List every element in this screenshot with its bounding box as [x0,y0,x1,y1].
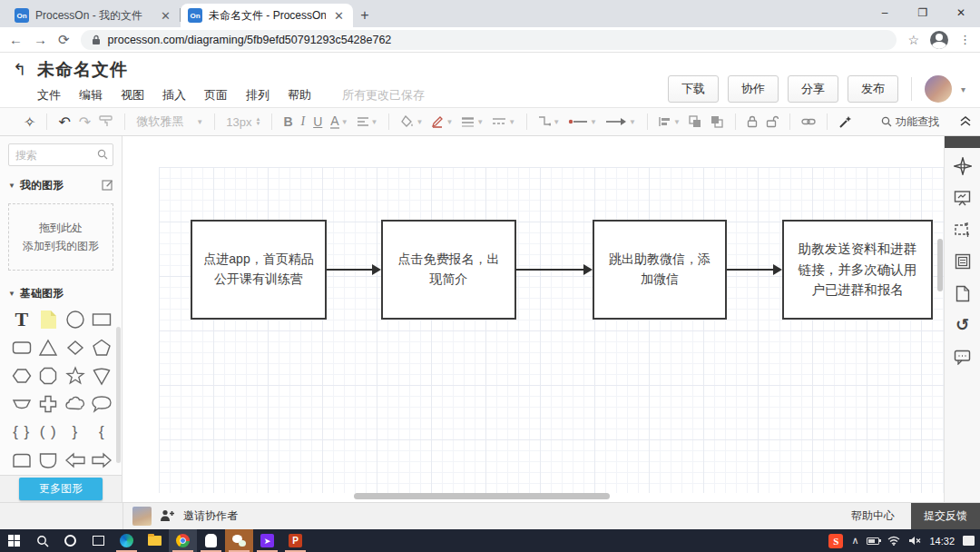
font-family-select[interactable]: 微软雅黑▼ [136,113,203,130]
shape-right-brace[interactable]: } [62,422,89,442]
tab-close-icon[interactable]: ✕ [159,9,172,23]
my-shapes-section[interactable]: ▼ 我的图形 [0,172,122,200]
back-icon[interactable]: ← [9,33,23,46]
flowchart-node-4[interactable]: 助教发送资料和进群链接，并多次确认用户已进群和报名 [782,220,933,320]
cortana-button[interactable] [56,529,84,552]
share-button[interactable]: 分享 [788,75,838,103]
presentation-icon[interactable] [954,189,972,207]
taskbar-clock[interactable]: 14:32 [929,536,955,547]
powerpoint-button[interactable]: P [281,529,309,552]
shape-diamond[interactable] [62,338,89,358]
menu-edit[interactable]: 编辑 [79,87,103,104]
flowchart-arrow-2[interactable] [515,269,584,271]
help-center-link[interactable]: 帮助中心 [835,503,911,529]
collaborator-avatar[interactable] [132,507,152,526]
undo-icon[interactable]: ↶ [58,113,70,131]
line-end-arrow-icon[interactable]: ▼ [605,117,636,126]
line-width-icon[interactable]: ▼ [461,117,484,127]
shape-card[interactable] [8,450,35,470]
theme-style-icon[interactable]: ✧ [24,113,35,131]
browser-profile-icon[interactable] [930,31,948,49]
flowchart-node-2[interactable]: 点击免费报名，出现简介 [381,220,516,320]
back-to-files-icon[interactable]: ↰ [13,60,26,107]
tab-untitled-document[interactable]: On 未命名文件 - ProcessOn ✕ [181,4,353,27]
invite-collaborator-label[interactable]: 邀请协作者 [183,508,238,524]
connector-type-icon[interactable]: ▼ [538,116,560,128]
menu-insert[interactable]: 插入 [162,87,186,104]
shape-triangle[interactable] [35,338,63,358]
publish-button[interactable]: 发布 [848,75,898,103]
url-bar[interactable]: processon.com/diagraming/5fb9efd50791293… [81,30,897,50]
shape-right-arrow[interactable] [89,450,116,470]
text-align-icon[interactable]: ▼ [357,116,378,127]
line-style-icon[interactable]: ▼ [492,117,515,126]
shape-star[interactable] [62,366,89,386]
page-setup-icon[interactable] [954,252,972,271]
bold-icon[interactable]: B [283,114,292,129]
xiaodu-button[interactable] [197,529,225,552]
tab-close-icon[interactable]: ✕ [332,9,346,23]
history-icon[interactable]: ↺ [954,316,972,334]
font-size-select[interactable]: 13px▲▼ [226,115,260,129]
reposition-icon[interactable] [954,157,972,175]
shape-left-brace[interactable]: { [89,422,116,442]
font-size-stepper[interactable]: ▲▼ [255,117,260,126]
more-shapes-button[interactable]: 更多图形 [19,478,103,500]
unlock-icon[interactable] [766,115,779,128]
user-avatar[interactable] [925,75,952,103]
add-collaborator-icon[interactable] [160,508,175,525]
italic-icon[interactable]: I [301,114,306,129]
font-color-icon[interactable]: A▼ [330,115,348,129]
basic-shapes-section[interactable]: ▼ 基础图形 [0,280,122,308]
align-objects-icon[interactable]: ▼ [659,116,681,127]
feedback-button[interactable]: 提交反馈 [911,503,980,529]
restore-button[interactable]: ❐ [904,0,942,25]
sidebar-scrollbar[interactable] [116,327,121,463]
menu-file[interactable]: 文件 [37,87,61,104]
shape-trapezoid[interactable] [8,394,35,414]
wifi-icon[interactable] [887,533,900,549]
line-start-icon[interactable]: ▼ [568,118,597,126]
shape-rectangle[interactable] [89,310,116,330]
hyperlink-icon[interactable] [801,117,816,126]
flowchart-node-1[interactable]: 点进app，首页精品公开课有训练营 [191,220,327,320]
new-page-icon[interactable] [954,284,972,302]
tray-expand-icon[interactable]: ∧ [851,535,858,547]
close-button[interactable]: ✕ [942,0,980,25]
collapse-toolbar-icon[interactable] [960,115,971,129]
download-button[interactable]: 下载 [668,75,719,103]
menu-view[interactable]: 视图 [121,87,144,104]
shape-parenthesis-pair[interactable]: ( ) [35,422,63,442]
shape-pentagon[interactable] [89,338,116,358]
volume-muted-icon[interactable] [908,533,921,549]
collaborate-button[interactable]: 协作 [728,75,779,103]
refresh-icon[interactable]: ⟳ [58,33,70,46]
underline-icon[interactable]: U [313,114,322,129]
document-title[interactable]: 未命名文件 [37,58,425,82]
my-shapes-dropzone[interactable]: 拖到此处 添加到我的图形 [8,203,113,271]
format-painter-icon[interactable] [99,115,113,128]
bring-forward-icon[interactable] [689,115,702,128]
redo-icon[interactable]: ↷ [79,113,91,131]
fill-color-icon[interactable]: ▼ [400,115,423,128]
shape-or[interactable] [35,450,63,470]
line-color-icon[interactable]: ▼ [431,115,453,128]
lock-icon[interactable] [747,115,758,128]
edge-button[interactable] [113,529,141,552]
diagram-canvas[interactable]: 点进app，首页精品公开课有训练营 点击免费报名，出现简介 跳出助教微信，添加微… [122,136,944,502]
taskbar-search-button[interactable] [28,529,56,552]
comment-icon[interactable] [954,348,972,366]
shape-cloud[interactable] [62,394,89,414]
browser-menu-icon[interactable]: ⋮ [959,33,971,46]
send-backward-icon[interactable] [710,115,724,128]
shape-sticky-note[interactable] [35,310,63,330]
chrome-button[interactable] [169,529,197,552]
shape-octagon[interactable] [35,366,63,386]
task-view-button[interactable] [84,529,113,552]
avatar-caret-icon[interactable]: ▾ [961,84,965,94]
feature-search[interactable]: 功能查找 [881,114,939,130]
notification-center-icon[interactable] [963,536,975,546]
forward-icon[interactable]: → [34,33,47,46]
menu-help[interactable]: 帮助 [288,87,311,104]
battery-icon[interactable] [867,537,879,545]
